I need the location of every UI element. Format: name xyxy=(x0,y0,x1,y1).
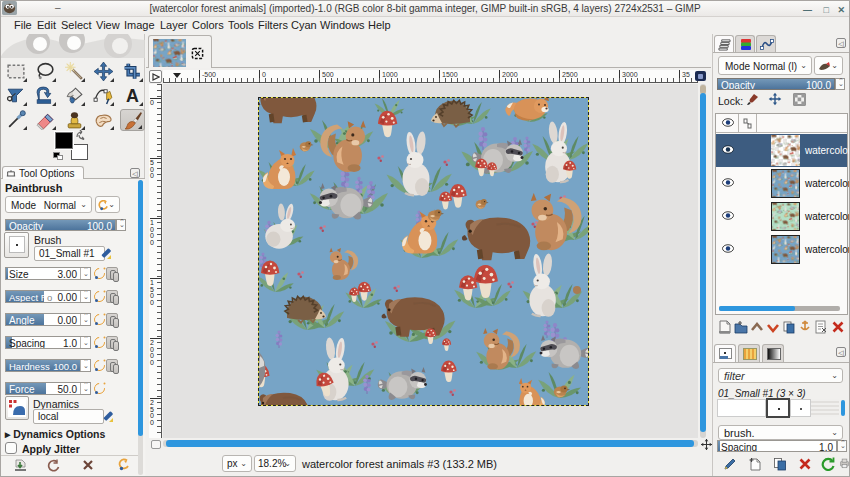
svg-text:A: A xyxy=(126,86,139,106)
